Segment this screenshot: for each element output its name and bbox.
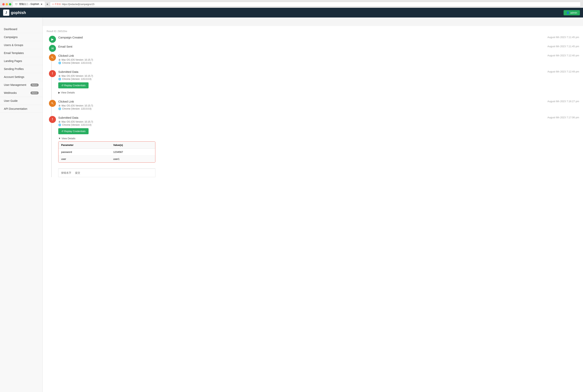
view-details-expanded-2[interactable]: ▼ View Details [58, 137, 579, 140]
view-details-label: View Details [61, 137, 75, 140]
brand: J gophish [3, 10, 26, 16]
os-icon: 🖥 [58, 120, 60, 123]
col-values: Value(s) [110, 142, 155, 148]
submitted-data-icon: ! [49, 70, 56, 77]
sidebar-item-sending-profiles[interactable]: Sending Profiles [0, 65, 42, 73]
user-icon: 👤 [566, 11, 570, 14]
event-meta-browser: 🌐 Chrome (Version: 115.0.0.0) [58, 124, 579, 126]
admin-button[interactable]: 👤 admin [564, 10, 580, 15]
close-dot[interactable] [2, 3, 5, 6]
browser-icon: 🌐 [58, 62, 61, 64]
event-title: Clicked Link [58, 100, 74, 103]
sidebar-item-account-settings[interactable]: Account Settings [0, 73, 42, 81]
new-tab-button[interactable]: + [46, 2, 48, 6]
timeline-item-email-sent: ✉ Email Sent August 6th 2023 7:11:45 pm [58, 45, 579, 48]
minimize-dot[interactable] [6, 3, 8, 6]
col-parameter: Parameter [58, 142, 110, 148]
campaign-created-icon: ▶ [49, 36, 56, 43]
os-icon: 🖥 [58, 58, 60, 61]
value-user: user1 [110, 156, 155, 162]
browser-tab[interactable]: 🛡 登陆口二 - Gophish ✕ [13, 2, 45, 7]
brand-letter: J [5, 11, 7, 14]
address-bar[interactable]: ⚠ 不安全 https://[redacted]/campaigns/15 [50, 2, 581, 6]
os-text: Mac OS (OS Version: 10.15.7) [61, 104, 93, 107]
param-user: user [58, 156, 110, 162]
chevron-down-icon: ▼ [58, 137, 61, 140]
browser-icon: 🌐 [58, 108, 61, 110]
sidebar-item-webhooks[interactable]: Webhooks Admin [0, 89, 42, 97]
app-container: J gophish 👤 admin Dashboard Campaigns Us… [0, 8, 583, 392]
view-details-collapsed-1[interactable]: ▶ View Details [58, 91, 579, 94]
security-warning: ⚠ 不安全 [52, 3, 61, 6]
tab-favicon: 🛡 [15, 3, 17, 6]
admin-badge: Admin [30, 84, 39, 86]
event-time: August 6th 2023 7:11:45 pm [548, 45, 579, 48]
sidebar-item-users-groups[interactable]: Users & Groups [0, 41, 42, 49]
tab-title: 登陆口二 - Gophish [19, 2, 39, 6]
event-meta-os: 🖥 Mac OS (OS Version: 10.15.7) [58, 104, 579, 107]
event-header: Clicked Link August 6th 2023 7:16:27 pm [58, 100, 579, 103]
bottom-value: 提交 [75, 171, 80, 175]
chevron-right-icon: ▶ [58, 91, 60, 94]
details-expanded: Parameter Value(s) password 1234567 [58, 142, 579, 162]
maximize-dot[interactable] [9, 3, 11, 6]
admin-badge: Admin [30, 92, 39, 94]
brand-name: gophish [11, 10, 26, 15]
browser-text: Chrome (Version: 115.0.0.0) [62, 62, 91, 64]
sidebar-label: API Documentation [4, 107, 27, 110]
event-meta-os: 🖥 Mac OS (OS Version: 10.15.7) [58, 58, 579, 61]
timeline-item-campaign-created: ▶ Campaign Created August 6th 2023 7:11:… [58, 36, 579, 39]
timeline: ▶ Campaign Created August 6th 2023 7:11:… [47, 36, 579, 177]
replay-credentials-button-2[interactable]: ↺ Replay Credentials [58, 128, 88, 134]
param-password: password [58, 148, 110, 156]
submitted-data-icon-2: ! [49, 116, 56, 123]
clicked-link-icon-2: ↖ [49, 100, 56, 107]
sidebar-label: Webhooks [4, 91, 17, 94]
event-meta-browser: 🌐 Chrome (Version: 115.0.0.0) [58, 108, 579, 110]
event-meta-os: 🖥 Mac OS (OS Version: 10.15.7) [58, 74, 579, 77]
sidebar-item-campaigns[interactable]: Campaigns [0, 33, 42, 41]
event-time: August 6th 2023 7:11:45 pm [548, 36, 579, 39]
bottom-label: 按钮名字 [61, 171, 71, 175]
brand-icon: J [3, 10, 9, 16]
result-id: Result ID: 2WS20re [47, 30, 579, 33]
sidebar-label: User Management [4, 83, 26, 86]
sidebar-item-landing-pages[interactable]: Landing Pages [0, 57, 42, 65]
value-password: 1234567 [110, 148, 155, 156]
sidebar-label: Dashboard [4, 28, 17, 31]
browser-icon: 🌐 [58, 124, 61, 126]
clicked-link-icon: ↖ [49, 54, 56, 61]
event-meta-browser: 🌐 Chrome (Version: 115.0.0.0) [58, 62, 579, 64]
os-icon: 🖥 [58, 104, 60, 107]
sidebar-item-dashboard[interactable]: Dashboard [0, 25, 42, 33]
url-text: https://[redacted]/campaigns/15 [62, 3, 94, 6]
event-title: Email Sent [58, 45, 72, 48]
timeline-item-submitted-data-1: ! Submitted Data August 6th 2023 7:12:49… [58, 70, 579, 94]
table-row: password 1234567 [58, 148, 155, 156]
view-details-label: View Details [61, 91, 75, 94]
event-time: August 6th 2023 7:16:27 pm [548, 100, 579, 103]
event-title: Submitted Data [58, 116, 78, 119]
topnav: J gophish 👤 admin [0, 8, 583, 18]
sidebar-label: Campaigns [4, 36, 18, 39]
email-sent-icon: ✉ [49, 45, 56, 52]
sidebar-item-user-guide[interactable]: User Guide [0, 97, 42, 105]
event-title: Submitted Data [58, 70, 78, 74]
sidebar-label: User Guide [4, 99, 18, 102]
event-meta-browser: 🌐 Chrome (Version: 115.0.0.0) [58, 78, 579, 80]
details-table: Parameter Value(s) password 1234567 [58, 142, 155, 162]
event-title: Campaign Created [58, 36, 83, 39]
event-title: Clicked Link [58, 54, 74, 57]
os-text: Mac OS (OS Version: 10.15.7) [61, 58, 93, 61]
sidebar-item-email-templates[interactable]: Email Templates [0, 49, 42, 57]
event-header: Clicked Link August 6th 2023 7:12:40 pm [58, 54, 579, 57]
table-row: user user1 [58, 156, 155, 162]
sidebar-item-user-management[interactable]: User Management Admin [0, 81, 42, 89]
sidebar-item-api-docs[interactable]: API Documentation [0, 105, 42, 113]
replay-credentials-button-1[interactable]: ↺ Replay Credentials [58, 82, 88, 88]
browser-text: Chrome (Version: 115.0.0.0) [62, 78, 91, 80]
os-icon: 🖥 [58, 74, 60, 77]
event-time: August 6th 2023 7:12:40 pm [548, 54, 579, 57]
bottom-row: 按钮名字 提交 [58, 168, 155, 177]
tab-close[interactable]: ✕ [40, 3, 42, 6]
